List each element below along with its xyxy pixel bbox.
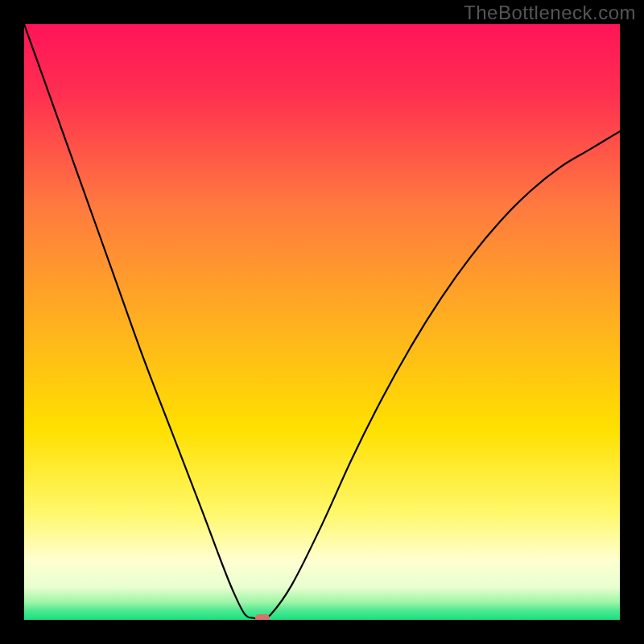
chart-svg [24, 24, 620, 620]
optimum-marker [255, 614, 270, 620]
plot-area [24, 24, 620, 620]
chart-frame: TheBottleneck.com [0, 0, 644, 644]
gradient-background [24, 24, 620, 620]
watermark-text: TheBottleneck.com [464, 2, 636, 24]
